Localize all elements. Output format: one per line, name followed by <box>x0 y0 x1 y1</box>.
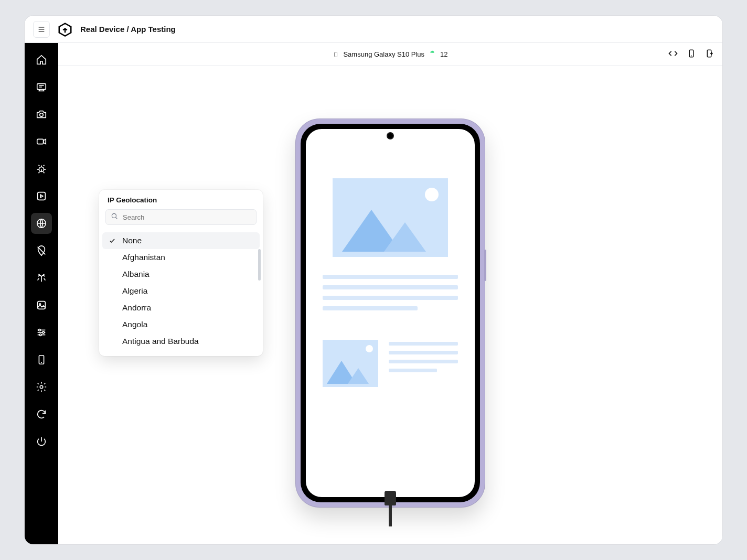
device-mockup <box>295 119 485 508</box>
scrollbar-thumb[interactable] <box>258 249 261 281</box>
svg-point-17 <box>39 334 41 336</box>
sidebar-item-geolocation[interactable] <box>31 213 52 234</box>
video-icon <box>36 136 47 147</box>
option-label: Afghanistan <box>122 253 165 262</box>
placeholder-thumb-image <box>323 340 378 387</box>
settings-icon <box>36 381 47 393</box>
hamburger-button[interactable] <box>33 21 50 38</box>
svg-point-15 <box>39 329 41 331</box>
search-input[interactable] <box>105 209 257 225</box>
device-info-bar: Samsung Galaxy S10 Plus 12 <box>58 43 722 66</box>
sidebar-item-play[interactable] <box>31 186 52 207</box>
camera-icon <box>36 109 47 120</box>
sidebar-item-network[interactable] <box>31 267 52 288</box>
svg-line-28 <box>116 218 118 219</box>
device-stage: IP Geolocation <box>58 66 722 544</box>
network-icon <box>36 272 47 284</box>
image-icon <box>36 299 47 311</box>
phone-icon <box>333 50 339 59</box>
option-albania[interactable]: Albania <box>102 266 260 283</box>
camera-dot <box>387 132 394 139</box>
svg-rect-7 <box>38 192 46 200</box>
device-icon <box>36 354 47 365</box>
home-icon <box>36 54 47 66</box>
svg-rect-3 <box>37 84 46 90</box>
option-label: Albania <box>122 270 150 279</box>
svg-point-22 <box>431 51 432 52</box>
globe-icon <box>36 218 47 229</box>
sidebar-item-settings[interactable] <box>31 376 52 397</box>
svg-rect-21 <box>335 52 337 57</box>
os-version: 12 <box>440 50 447 58</box>
sidebar <box>25 43 58 544</box>
device-name: Samsung Galaxy S10 Plus <box>343 50 424 58</box>
sidebar-item-bug[interactable] <box>31 158 52 179</box>
hamburger-icon <box>37 25 46 34</box>
sidebar-item-camera[interactable] <box>31 104 52 125</box>
svg-point-20 <box>40 385 43 389</box>
popover-title: IP Geolocation <box>108 196 254 204</box>
bug-icon <box>36 163 47 175</box>
play-icon <box>36 190 47 202</box>
svg-point-23 <box>433 51 433 52</box>
sidebar-item-sliders[interactable] <box>31 322 52 343</box>
sidebar-item-refresh[interactable] <box>31 404 52 425</box>
device-screen[interactable] <box>306 129 475 497</box>
location-off-icon <box>36 245 47 256</box>
option-andorra[interactable]: Andorra <box>102 299 260 316</box>
refresh-icon <box>36 408 47 420</box>
sidebar-item-image[interactable] <box>31 295 52 316</box>
option-algeria[interactable]: Algeria <box>102 283 260 299</box>
app-window: Real Device / App Testing <box>25 16 722 544</box>
option-label: Angola <box>122 320 147 329</box>
option-label: Antigua and Barbuda <box>122 337 199 346</box>
main-area: Samsung Galaxy S10 Plus 12 <box>58 43 722 544</box>
svg-point-4 <box>40 113 43 116</box>
top-header: Real Device / App Testing <box>25 16 722 43</box>
option-antigua-and-barbuda[interactable]: Antigua and Barbuda <box>102 333 260 350</box>
search-icon <box>111 212 118 222</box>
sliders-icon <box>36 327 47 338</box>
sidebar-item-video[interactable] <box>31 131 52 152</box>
android-icon <box>429 50 436 59</box>
option-afghanistan[interactable]: Afghanistan <box>102 249 260 266</box>
option-angola[interactable]: Angola <box>102 316 260 333</box>
screen-placeholder-content <box>306 129 475 387</box>
power-icon <box>36 436 47 447</box>
svg-point-27 <box>112 213 116 218</box>
sidebar-item-power[interactable] <box>31 431 52 452</box>
option-label: Algeria <box>122 286 147 296</box>
cable <box>385 491 396 526</box>
app-icon <box>36 81 47 93</box>
phone-side-button <box>484 250 486 281</box>
sidebar-item-device[interactable] <box>31 349 52 370</box>
placeholder-hero-image <box>333 178 448 257</box>
switch-device-button[interactable] <box>687 49 696 60</box>
geolocation-popover: IP Geolocation <box>99 190 263 356</box>
app-logo <box>57 21 73 37</box>
sidebar-item-home[interactable] <box>31 49 52 70</box>
exit-session-button[interactable] <box>705 49 714 60</box>
svg-point-16 <box>42 331 45 333</box>
page-title: Real Device / App Testing <box>80 25 176 34</box>
check-icon <box>108 237 117 244</box>
sidebar-item-location-off[interactable] <box>31 240 52 261</box>
option-label: Andorra <box>122 303 151 313</box>
code-toggle-button[interactable] <box>668 48 678 61</box>
option-none[interactable]: None <box>102 232 260 249</box>
svg-rect-10 <box>38 301 46 309</box>
svg-rect-5 <box>37 139 44 144</box>
geolocation-options-list: None Afghanistan Albania Algeria <box>99 230 263 356</box>
sidebar-item-app[interactable] <box>31 77 52 98</box>
option-label: None <box>122 236 142 245</box>
